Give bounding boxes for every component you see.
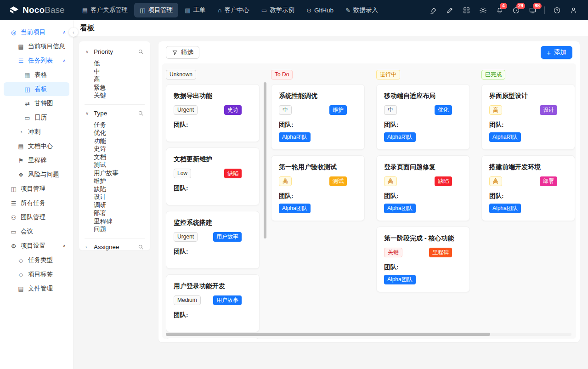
bell-icon[interactable]: 4 xyxy=(492,3,507,17)
task-card[interactable]: 用户资料页面Medium史诗团队: xyxy=(166,338,260,339)
task-card[interactable]: 移动端自适应布局中优化团队:Alpha团队 xyxy=(376,84,470,150)
filter-button[interactable]: 筛选 xyxy=(166,46,199,59)
sidebar-item-项目标签[interactable]: ◇项目标签 xyxy=(4,267,69,281)
sidebar-item-项目管理[interactable]: ◫项目管理 xyxy=(4,182,69,196)
headset-icon: ∩ xyxy=(218,7,222,14)
sidebar-item-当前项目[interactable]: ◎当前项目∧ xyxy=(4,25,69,39)
filter-option[interactable]: 高 xyxy=(94,75,144,84)
sidebar-item-会议[interactable]: ▭会议 xyxy=(4,225,69,238)
filter-option[interactable]: 调研 xyxy=(94,201,144,210)
sidebar-item-文档中心[interactable]: ▤文档中心 xyxy=(4,139,69,153)
laptop-icon: ▭ xyxy=(10,228,17,235)
search-icon[interactable] xyxy=(138,49,144,55)
sidebar-item-项目设置[interactable]: ⚙项目设置∧ xyxy=(4,239,69,253)
blocks-icon[interactable] xyxy=(459,3,474,17)
sidebar-item-任务列表[interactable]: ☰任务列表∧ xyxy=(4,54,69,68)
task-card[interactable]: 用户登录功能开发Medium用户故事团队: xyxy=(166,274,260,332)
filter-option[interactable]: 维护 xyxy=(94,177,144,185)
task-card[interactable]: 数据导出功能Urgent史诗团队: xyxy=(166,84,260,142)
notification-badge: 4 xyxy=(500,3,507,9)
nav-item-5[interactable]: ▭教学示例 xyxy=(256,3,300,17)
filter-option[interactable]: 设计 xyxy=(94,193,144,201)
filter-option[interactable]: 文档 xyxy=(94,153,144,161)
sidebar-item-表格[interactable]: ▦表格 xyxy=(4,68,69,82)
filter-section-priority[interactable]: ∨Priority xyxy=(79,44,150,59)
clock-icon[interactable]: 29 xyxy=(509,3,523,17)
filter-option[interactable]: 低 xyxy=(94,59,144,68)
filter-section-assignee[interactable]: ›Assignee xyxy=(79,239,150,251)
team-tag-row: Alpha团队 xyxy=(384,275,462,284)
theme-pen-icon[interactable] xyxy=(442,3,457,17)
settings-icon[interactable] xyxy=(475,3,490,17)
priority-tag: 关键 xyxy=(384,248,402,257)
card-tag-row: 高缺陷 xyxy=(384,176,462,186)
sidebar-item-里程碑[interactable]: ⚑里程碑 xyxy=(4,153,69,167)
list-icon: ☰ xyxy=(10,200,17,207)
task-card[interactable]: 文档更新维护Low缺陷团队: xyxy=(166,148,260,205)
team-tag: Alpha团队 xyxy=(489,204,521,213)
filter-section-label: Type xyxy=(94,110,107,117)
sidebar-item-甘特图[interactable]: ⇄甘特图 xyxy=(4,97,69,110)
sidebar-item-所有任务[interactable]: ☰所有任务 xyxy=(4,196,69,210)
nav-item-6[interactable]: ⊙GitHub xyxy=(301,3,339,17)
ui-editor-icon[interactable] xyxy=(426,3,441,17)
filter-option[interactable]: 功能 xyxy=(94,137,144,145)
task-card[interactable]: 登录页面问题修复高缺陷团队:Alpha团队 xyxy=(376,155,470,221)
vertical-scrollbar[interactable] xyxy=(264,82,266,238)
filter-option[interactable]: 中 xyxy=(94,68,144,76)
filter-option[interactable]: 部署 xyxy=(94,209,144,217)
user-icon[interactable] xyxy=(566,3,581,17)
column-card-list: 界面原型设计高设计团队:Alpha团队搭建前端开发环境高部署团队:Alpha团队 xyxy=(481,84,575,339)
task-card[interactable]: 搭建前端开发环境高部署团队:Alpha团队 xyxy=(481,155,575,221)
pin-icon: ◎ xyxy=(10,29,17,36)
filter-option[interactable]: 测试 xyxy=(94,161,144,169)
form-icon: ✎ xyxy=(345,7,351,14)
filter-option[interactable]: 用户故事 xyxy=(94,169,144,177)
task-card[interactable]: 界面原型设计高设计团队:Alpha团队 xyxy=(481,84,575,150)
main-area: ‹ 看板 ∨Priority低中高紧急关键∨Type任务优化功能史诗文档测试用户… xyxy=(74,20,588,369)
filter-option[interactable]: 紧急 xyxy=(94,84,144,92)
search-icon[interactable] xyxy=(138,244,144,250)
search-icon[interactable] xyxy=(138,110,144,116)
filter-option[interactable]: 问题 xyxy=(94,225,144,233)
sidebar-item-冲刺[interactable]: ◔冲刺 xyxy=(4,125,69,139)
sidebar-item-风险与问题[interactable]: ❖风险与问题 xyxy=(4,168,69,182)
horizontal-scrollbar[interactable] xyxy=(166,333,571,336)
sidebar-item-团队管理[interactable]: ⚇团队管理 xyxy=(4,210,69,224)
help-icon[interactable] xyxy=(549,3,564,17)
kanban-column-进行中: 进行中移动端自适应布局中优化团队:Alpha团队登录页面问题修复高缺陷团队:Al… xyxy=(376,70,470,339)
sidebar-collapse-button[interactable]: ‹ xyxy=(69,28,78,37)
card-title: 移动端自适应布局 xyxy=(384,92,462,100)
task-card[interactable]: 第一阶段完成 - 核心功能关键里程碑团队:Alpha团队 xyxy=(376,227,470,292)
sidebar-item-当前项目信息[interactable]: ▤当前项目信息 xyxy=(4,40,69,53)
filter-section-type[interactable]: ∨Type xyxy=(79,106,150,121)
page-header: 看板 xyxy=(74,20,588,36)
column-status-tag: Unknown xyxy=(166,70,196,79)
card-tag-row: 高测试 xyxy=(279,176,357,186)
nav-item-7[interactable]: ✎数据录入 xyxy=(340,3,384,17)
nav-item-3[interactable]: ▥工单 xyxy=(179,3,211,17)
type-tag: 用户故事 xyxy=(213,295,242,305)
nav-item-2[interactable]: ◫项目管理 xyxy=(134,3,178,17)
docinfo-icon: ▤ xyxy=(17,43,24,50)
sidebar-item-文件管理[interactable]: ▤文件管理 xyxy=(4,282,69,295)
sidebar-item-看板[interactable]: ◫看板 xyxy=(4,82,69,96)
nav-item-label: GitHub xyxy=(314,7,334,14)
add-button[interactable]: + 添加 xyxy=(541,46,572,59)
tv-icon[interactable]: 98 xyxy=(525,3,540,17)
nocobase-logo[interactable]: NocoBase xyxy=(9,5,65,15)
filter-option[interactable]: 缺陷 xyxy=(94,185,144,193)
sidebar-item-label: 项目管理 xyxy=(21,185,66,193)
sidebar-item-任务类型[interactable]: ◇任务类型 xyxy=(4,253,69,267)
filter-option[interactable]: 史诗 xyxy=(94,145,144,153)
filter-option[interactable]: 关键 xyxy=(94,91,144,100)
filter-option[interactable]: 任务 xyxy=(94,121,144,129)
filter-option[interactable]: 优化 xyxy=(94,129,144,137)
task-card[interactable]: 监控系统搭建Urgent用户故事团队: xyxy=(166,211,260,269)
sidebar-item-日历[interactable]: ▭日历 xyxy=(4,111,69,125)
filter-option[interactable]: 里程碑 xyxy=(94,217,144,226)
task-card[interactable]: 第一轮用户验收测试高测试团队:Alpha团队 xyxy=(271,155,365,221)
nav-item-4[interactable]: ∩客户中心 xyxy=(212,3,255,17)
nav-item-1[interactable]: ▤客户关系管理 xyxy=(77,3,133,17)
task-card[interactable]: 系统性能调优中维护团队:Alpha团队 xyxy=(271,84,365,150)
